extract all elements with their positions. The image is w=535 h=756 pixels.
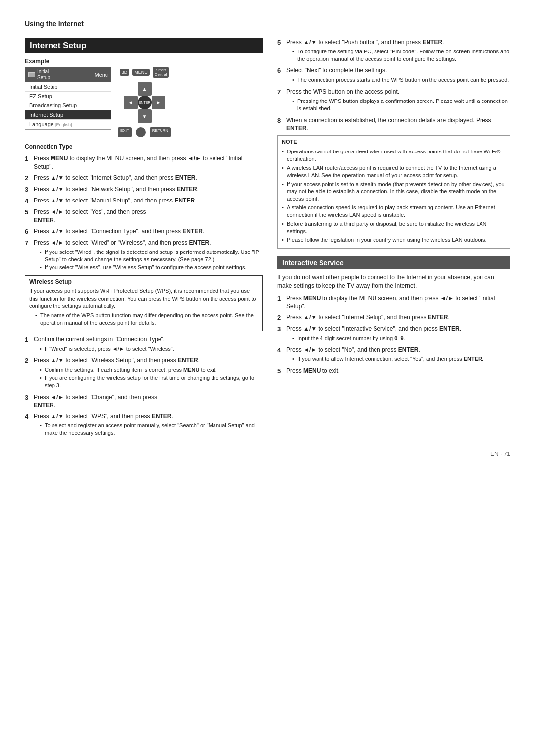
example-area: Example InitialSetup Menu Initial Setup …: [25, 58, 263, 137]
note-item: Before transferring to a third party or …: [282, 220, 506, 235]
note-box: NOTE Operations cannot be guaranteed whe…: [277, 135, 510, 249]
step-bullets: To configure the setting via PC, select …: [292, 48, 510, 63]
remote-diagram: 3D MENU SmartCentral ▲ ◄ ENTER ►: [118, 67, 171, 137]
note-item: A stable connection speed is required to…: [282, 204, 506, 219]
bullet-item: If you want to allow Internet connection…: [292, 355, 510, 363]
wireless-setup-intro: If your access point supports Wi-Fi Prot…: [29, 287, 258, 310]
step-item: 3 Press ◄/► to select "Change", and then…: [25, 393, 263, 410]
dpad-corner-tr: [152, 82, 165, 96]
interactive-service-intro: If you do not want other people to conne…: [277, 273, 510, 290]
step-item: 5 Press MENU to exit.: [277, 367, 510, 376]
btn-return: RETURN: [150, 127, 171, 137]
bullet-item: The connection process starts and the WP…: [292, 76, 510, 84]
wireless-setup-title: Wireless Setup: [29, 278, 258, 285]
btn-3d: 3D: [120, 69, 130, 76]
step-bullets: To select and register an access point m…: [40, 422, 263, 437]
btn-exit: EXIT: [118, 127, 132, 137]
step-bullets: Pressing the WPS button displays a confi…: [292, 98, 510, 112]
menu-panel: InitialSetup Menu Initial Setup EZ Setup…: [25, 67, 111, 130]
step-item: 1 Confirm the current settings in "Conne…: [25, 335, 263, 354]
step-bullets: The connection process starts and the WP…: [292, 76, 510, 84]
note-list: Operations cannot be guaranteed when use…: [282, 148, 506, 244]
step-bullets: If you select "Wired", the signal is det…: [40, 249, 263, 272]
step-item: 6 Select "Next" to complete the settings…: [277, 66, 510, 85]
menu-item-initial-setup: Initial Setup: [25, 82, 111, 92]
dpad-enter: ENTER: [138, 96, 152, 109]
step-item: 4 Press ▲/▼ to select "WPS", and then pr…: [25, 412, 263, 438]
bullet-item: Pressing the WPS button displays a confi…: [292, 98, 510, 112]
menu-label: Menu: [94, 72, 108, 78]
wireless-setup-bullets: The name of the WPS button function may …: [35, 312, 258, 327]
step-item: 4 Press ▲/▼ to select "Manual Setup", an…: [25, 197, 263, 205]
step-item: 6 Press ▲/▼ to select "Connection Type",…: [25, 227, 263, 236]
right-column: 5 Press ▲/▼ to select "Push button", and…: [277, 38, 510, 441]
menu-item-broadcasting-setup: Broadcasting Setup: [25, 101, 111, 110]
example-diagram: InitialSetup Menu Initial Setup EZ Setup…: [25, 67, 263, 137]
section-title: Internet Setup: [25, 38, 263, 53]
btn-menu: MENU: [132, 69, 150, 76]
bullet-item: The name of the WPS button function may …: [35, 312, 258, 327]
step-item: 8 When a connection is established, the …: [277, 116, 510, 133]
step-item: 2 Press ▲/▼ to select "Wireless Setup", …: [25, 356, 263, 391]
page-header: Using the Internet: [25, 20, 510, 31]
bullet-item: Input the 4-digit secret number by using…: [292, 335, 510, 342]
page-footer: EN · 71: [25, 451, 510, 457]
step-item: 5 Press ▲/▼ to select "Push button", and…: [277, 38, 510, 64]
interactive-service-title: Interactive Service: [277, 256, 510, 269]
wireless-setup-box: Wireless Setup If your access point supp…: [25, 275, 263, 331]
remote-dpad: ▲ ◄ ENTER ► ▼: [124, 82, 165, 123]
dpad-down: ▼: [138, 109, 152, 123]
note-title: NOTE: [282, 139, 506, 146]
step-bullets: If you want to allow Internet connection…: [292, 355, 510, 363]
step-bullets: Input the 4-digit secret number by using…: [292, 335, 510, 342]
step-item: 4 Press ◄/► to select "No", and then pre…: [277, 346, 510, 364]
menu-panel-header: InitialSetup Menu: [25, 67, 111, 82]
dpad-right: ►: [152, 96, 165, 109]
step-item: 3 Press ▲/▼ to select "Network Setup", a…: [25, 185, 263, 194]
dpad-left: ◄: [124, 96, 138, 109]
step-item: 7 Press the WPS button on the access poi…: [277, 88, 510, 113]
menu-item-internet-setup: Internet Setup: [25, 110, 111, 120]
step-item: 1 Press MENU to display the MENU screen,…: [277, 294, 510, 311]
bullet-item: To configure the setting via PC, select …: [292, 48, 510, 63]
step-item: 2 Press ▲/▼ to select "Internet Setup", …: [25, 174, 263, 183]
interactive-steps: 1 Press MENU to display the MENU screen,…: [277, 294, 510, 376]
note-item: Operations cannot be guaranteed when use…: [282, 148, 506, 163]
menu-item-ez-setup: EZ Setup: [25, 92, 111, 101]
step-item: 7 Press ◄/► to select "Wired" or "Wirele…: [25, 239, 263, 273]
menu-item-language: Language [English]: [25, 120, 111, 129]
page-number: EN · 71: [490, 451, 510, 457]
step-item: 2 Press ▲/▼ to select "Internet Setup", …: [277, 313, 510, 322]
note-item: A wireless LAN router/access point is re…: [282, 164, 506, 179]
bullet-item: If you select "Wireless", use "Wireless …: [40, 264, 263, 271]
right-steps: 5 Press ▲/▼ to select "Push button", and…: [277, 38, 510, 133]
dpad-corner-br: [152, 109, 165, 123]
step-bullets: If "Wired" is selected, press ◄/► to sel…: [40, 345, 263, 353]
note-item: If your access point is set to a stealth…: [282, 181, 506, 203]
left-column: Internet Setup Example InitialSetup Menu…: [25, 38, 263, 441]
step-item: 5 Press ◄/► to select "Yes", and then pr…: [25, 208, 263, 225]
tv-icon: [28, 72, 35, 77]
bullet-item: Confirm the settings. If each setting it…: [40, 366, 263, 374]
bullet-item: To select and register an access point m…: [40, 422, 263, 437]
remote-top-row: 3D MENU SmartCentral: [120, 67, 169, 78]
wireless-steps: 1 Confirm the current settings in "Conne…: [25, 335, 263, 438]
step-bullets: Confirm the settings. If each setting it…: [40, 366, 263, 390]
bullet-item: If "Wired" is selected, press ◄/► to sel…: [40, 345, 263, 353]
connection-type-title: Connection Type: [25, 143, 263, 151]
dpad-up: ▲: [138, 82, 152, 96]
bullet-item: If you are configuring the wireless setu…: [40, 374, 263, 389]
step-item: 1 Press MENU to display the MENU screen,…: [25, 154, 263, 171]
bullet-item: If you select "Wired", the signal is det…: [40, 249, 263, 263]
btn-smart-central: SmartCentral: [153, 67, 169, 78]
dpad-corner-tl: [124, 82, 138, 96]
remote-bottom-row: EXIT RETURN: [118, 127, 171, 137]
dpad-corner-bl: [124, 109, 138, 123]
note-item: Please follow the legislation in your co…: [282, 236, 506, 244]
step-item: 3 Press ▲/▼ to select "Interactive Servi…: [277, 325, 510, 344]
btn-circle: [136, 127, 146, 137]
connection-type-steps: 1 Press MENU to display the MENU screen,…: [25, 154, 263, 273]
page-header-title: Using the Internet: [25, 20, 84, 28]
example-label: Example: [25, 58, 263, 65]
